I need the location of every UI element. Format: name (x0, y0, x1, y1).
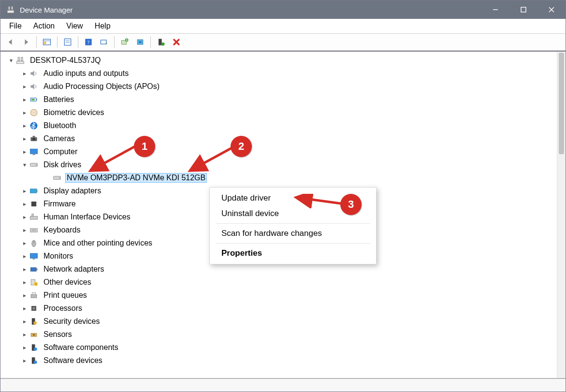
tree-item-computer[interactable]: ▸ Computer (5, 145, 556, 158)
disable-device-button[interactable] (169, 35, 184, 49)
forward-button[interactable] (19, 35, 33, 49)
enable-device-button[interactable] (154, 35, 168, 49)
chevron-right-icon[interactable]: ▸ (21, 318, 29, 325)
tree-item-bluetooth[interactable]: ▸ Bluetooth (5, 119, 556, 132)
titlebar: Device Manager (0, 0, 566, 19)
tree-item-security[interactable]: ▸ Security devices (5, 315, 556, 328)
svg-rect-36 (33, 154, 35, 155)
svg-rect-2 (12, 6, 13, 10)
svg-point-28 (30, 109, 37, 116)
chevron-right-icon[interactable]: ▸ (21, 357, 29, 364)
chevron-right-icon[interactable]: ▸ (21, 292, 29, 299)
tree-item-nvme-disk[interactable]: ▸ NVMe OM3PDP3-AD NVMe KDI 512GB (5, 171, 556, 184)
svg-point-69 (33, 334, 34, 335)
chevron-right-icon[interactable]: ▸ (21, 96, 29, 103)
help-button[interactable]: ? (81, 35, 96, 49)
chevron-right-icon[interactable]: ▸ (21, 201, 29, 207)
svg-rect-43 (31, 202, 36, 206)
properties-button[interactable] (60, 35, 75, 49)
svg-rect-19 (139, 41, 142, 43)
chevron-right-icon[interactable]: ▸ (21, 83, 29, 90)
chevron-right-icon[interactable]: ▸ (21, 305, 29, 312)
tree-item-print-queues[interactable]: ▸ Print queues (5, 289, 556, 302)
display-adapter-icon (29, 186, 39, 196)
tree-item-other[interactable]: ▸ ? Other devices (5, 276, 556, 289)
chevron-right-icon[interactable]: ▸ (21, 109, 29, 116)
tree-item-software-devices[interactable]: ▸ Software devices (5, 354, 556, 367)
chevron-right-icon[interactable]: ▸ (21, 253, 29, 260)
svg-rect-26 (36, 99, 37, 100)
svg-rect-15 (101, 40, 106, 44)
tree-item-batteries[interactable]: ▸ Batteries (5, 93, 556, 106)
unknown-device-icon: ? (29, 277, 39, 288)
svg-point-71 (34, 348, 37, 351)
svg-rect-23 (18, 57, 19, 61)
tree-item-audio-io[interactable]: ▸ Audio inputs and outputs (5, 67, 556, 80)
ctx-scan-hardware[interactable]: Scan for hardware changes (210, 226, 376, 241)
chevron-right-icon[interactable]: ▸ (21, 148, 29, 155)
chevron-right-icon[interactable]: ▸ (21, 344, 29, 351)
chevron-right-icon[interactable]: ▸ (21, 135, 29, 142)
svg-rect-55 (30, 253, 38, 258)
annotation-badge-1: 1 (134, 136, 155, 157)
svg-rect-65 (33, 307, 35, 309)
svg-rect-42 (37, 189, 38, 192)
uninstall-button[interactable] (133, 35, 147, 49)
tree-item-biometric[interactable]: ▸ Biometric devices (5, 106, 556, 119)
battery-icon (29, 94, 39, 105)
chevron-right-icon[interactable]: ▸ (21, 122, 29, 129)
svg-rect-27 (31, 99, 35, 100)
toolbar: ? (0, 33, 566, 51)
svg-rect-41 (30, 189, 37, 192)
tree-root[interactable]: ▾ DESKTOP-4L537JQ (5, 54, 556, 67)
software-device-icon (29, 355, 39, 366)
chevron-down-icon[interactable]: ▾ (21, 161, 29, 168)
scan-hardware-button[interactable] (97, 35, 111, 49)
chevron-right-icon[interactable]: ▸ (21, 331, 29, 338)
menu-view[interactable]: View (61, 20, 87, 32)
ctx-separator (216, 223, 370, 224)
svg-point-33 (33, 138, 35, 140)
close-button[interactable] (537, 0, 566, 19)
update-driver-button[interactable] (117, 35, 132, 49)
computer-icon (15, 55, 26, 66)
minimize-button[interactable] (481, 0, 509, 19)
ctx-properties[interactable]: Properties (210, 246, 376, 261)
back-button[interactable] (3, 35, 18, 49)
tree-item-audio-apo[interactable]: ▸ Audio Processing Objects (APOs) (5, 80, 556, 93)
svg-point-29 (32, 110, 36, 114)
menu-help[interactable]: Help (90, 20, 116, 32)
scrollbar-thumb[interactable] (559, 53, 564, 154)
svg-text:?: ? (87, 39, 90, 45)
toolbar-separator (36, 36, 37, 48)
chevron-right-icon[interactable]: ▸ (21, 279, 29, 286)
disk-icon (29, 160, 39, 170)
chevron-right-icon[interactable]: ▸ (21, 240, 29, 247)
printer-icon (29, 290, 39, 301)
show-hidden-button[interactable] (40, 35, 54, 49)
chevron-right-icon[interactable]: ▸ (21, 188, 29, 194)
tree-item-sensors[interactable]: ▸ Sensors (5, 328, 556, 341)
tree-item-processors[interactable]: ▸ Processors (5, 302, 556, 315)
tree-item-network[interactable]: ▸ Network adapters (5, 262, 556, 276)
status-bar (0, 378, 566, 392)
svg-point-38 (36, 164, 37, 165)
chevron-down-icon[interactable]: ▾ (7, 57, 15, 64)
tree-item-disk-drives[interactable]: ▾ Disk drives (5, 158, 556, 171)
chevron-right-icon[interactable]: ▸ (21, 70, 29, 77)
vertical-scrollbar[interactable] (557, 52, 566, 378)
chip-icon (29, 199, 39, 209)
maximize-button[interactable] (509, 0, 537, 19)
menu-file[interactable]: File (4, 20, 27, 32)
svg-rect-49 (32, 214, 33, 216)
svg-rect-62 (31, 294, 37, 298)
chevron-right-icon[interactable]: ▸ (21, 266, 29, 273)
menu-action[interactable]: Action (29, 20, 59, 32)
tree-item-cameras[interactable]: ▸ Cameras (5, 132, 556, 145)
svg-text:?: ? (35, 282, 37, 286)
tree-item-software-components[interactable]: ▸ Software components (5, 341, 556, 354)
hid-icon (29, 212, 39, 222)
svg-rect-56 (33, 259, 35, 260)
chevron-right-icon[interactable]: ▸ (21, 227, 29, 233)
chevron-right-icon[interactable]: ▸ (21, 214, 29, 220)
